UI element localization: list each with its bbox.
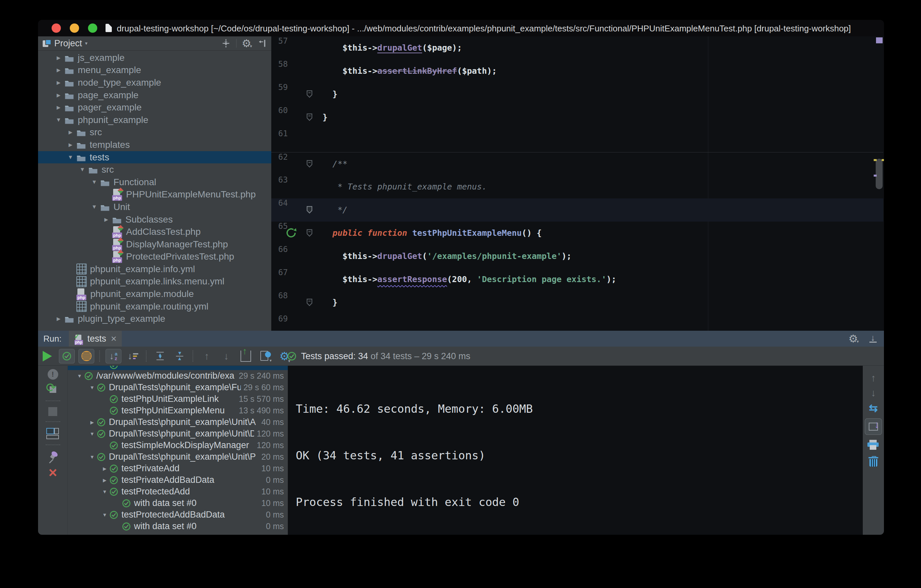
project-tree-item[interactable]: ▼phpunit_example <box>38 114 271 126</box>
info-stripe-mark[interactable] <box>874 175 877 177</box>
chevron-expanded-icon[interactable]: ▼ <box>88 204 100 210</box>
chevron-collapsed-icon[interactable]: ▶ <box>88 420 97 425</box>
toggle-auto-test-button[interactable]: ⟳ <box>47 384 59 395</box>
chevron-collapsed-icon[interactable]: ▶ <box>65 129 76 135</box>
chevron-expanded-icon[interactable]: ▼ <box>88 179 100 185</box>
chevron-expanded-icon[interactable]: ▼ <box>53 117 65 123</box>
chevron-collapsed-icon[interactable]: ▶ <box>53 92 65 98</box>
project-tree-item[interactable]: phpPHPUnitExampleMenuTest.php <box>38 188 271 201</box>
previous-failed-button[interactable]: ↑ <box>199 349 215 364</box>
run-settings-gear-button[interactable]: ⚙▾ <box>849 333 859 344</box>
test-tree-item[interactable]: with data set #00 ms <box>68 521 288 532</box>
test-tree-item[interactable]: ▶testPrivateAddBadData0 ms <box>68 474 288 486</box>
test-tree-item[interactable]: ▼/var/www/web/modules/contrib/exa29 s 24… <box>68 370 288 382</box>
project-tree-item[interactable]: ▼Functional <box>38 176 271 188</box>
print-button[interactable] <box>867 440 879 451</box>
test-tree-item[interactable]: ▼Drupal\Tests\phpunit_example\Fu29 s 60 … <box>68 382 288 393</box>
show-ignored-toggle[interactable] <box>78 349 94 364</box>
scroll-down-button[interactable]: ↓ <box>871 388 876 398</box>
next-failed-button[interactable]: ↓ <box>218 349 234 364</box>
sort-alphabetically-toggle[interactable]: ↓az <box>106 349 121 364</box>
show-passed-toggle[interactable] <box>59 349 75 364</box>
project-panel-title[interactable]: Project <box>54 38 82 49</box>
chevron-collapsed-icon[interactable]: ▶ <box>53 80 65 86</box>
project-tree-item[interactable]: ▶src <box>38 126 271 139</box>
project-tree-item[interactable]: ▶Subclasses <box>38 213 271 226</box>
rerun-failed-balloon-button[interactable]: ! <box>48 369 58 380</box>
test-tree-item[interactable]: ▼Drupal\Tests\phpunit_example\Unit\D120 … <box>68 428 288 440</box>
soft-wrap-button[interactable]: ⇆ <box>869 403 878 413</box>
expand-all-button[interactable]: ▲▲ <box>152 349 168 364</box>
project-tree-item[interactable]: ▼Unit <box>38 201 271 213</box>
sort-by-duration-button[interactable]: ↓ <box>125 349 141 364</box>
chevron-collapsed-icon[interactable]: ▶ <box>100 466 109 471</box>
chevron-expanded-icon[interactable]: ▼ <box>65 154 76 161</box>
project-tree-item[interactable]: ▶templates <box>38 138 271 151</box>
scroll-to-end-button[interactable]: ↓ <box>865 418 882 435</box>
pin-tab-button[interactable] <box>47 451 59 462</box>
run-tab-tests[interactable]: ✓php tests × <box>69 331 122 347</box>
project-tree-item[interactable]: phpunit_example.links.menu.yml <box>38 276 271 288</box>
zoom-window-button[interactable] <box>88 23 97 33</box>
chevron-collapsed-icon[interactable]: ▶ <box>53 316 65 322</box>
test-tree-item[interactable]: testSimpleMockDisplayManager120 ms <box>68 440 288 451</box>
warning-stripe-mark[interactable] <box>874 159 877 161</box>
project-tree-item[interactable]: ▶menu_example <box>38 64 271 77</box>
console-output[interactable]: Time: 46.62 seconds, Memory: 6.00MBOK (3… <box>288 366 863 535</box>
collapse-all-button[interactable]: ▲▲ <box>172 349 187 364</box>
chevron-expanded-icon[interactable]: ▼ <box>75 373 84 378</box>
inspection-indicator[interactable] <box>876 37 883 43</box>
chevron-expanded-icon[interactable]: ▼ <box>76 166 88 173</box>
test-tree-item[interactable]: testPhpUnitExampleMenu13 s 490 ms <box>68 405 288 416</box>
collapse-all-icon[interactable] <box>221 38 231 48</box>
project-tree-item[interactable]: ▶js_example <box>38 52 271 64</box>
hide-panel-button[interactable]: ↓ <box>869 334 877 343</box>
project-tree-item[interactable]: phpDisplayManagerTest.php <box>38 238 271 251</box>
project-tree-item[interactable]: phpunit_example.info.yml <box>38 263 271 276</box>
scroll-up-button[interactable]: ↑ <box>871 373 876 383</box>
test-tree-item[interactable]: ▶testPrivateAdd10 ms <box>68 463 288 474</box>
test-history-button[interactable]: ▾ <box>257 349 273 364</box>
chevron-collapsed-icon[interactable]: ▶ <box>53 67 65 73</box>
test-tree-item[interactable]: ▼Drupal\Tests\phpunit_example\Unit\P20 m… <box>68 451 288 463</box>
chevron-expanded-icon[interactable]: ▼ <box>100 489 109 494</box>
project-tree-item[interactable]: ▶node_type_example <box>38 76 271 89</box>
chevron-expanded-icon[interactable]: ▼ <box>88 454 97 460</box>
code-editor[interactable]: 57 $this->drupalGet($page);58 $this->ass… <box>271 36 884 331</box>
chevron-collapsed-icon[interactable]: ▶ <box>100 478 109 483</box>
settings-gear-icon[interactable]: ⚙▾ <box>242 38 252 49</box>
test-tree-item[interactable]: ▶Drupal\Tests\phpunit_example\Unit\A40 m… <box>68 416 288 428</box>
close-panel-button[interactable]: × <box>49 467 57 478</box>
project-tree-item[interactable]: phpunit_example.routing.yml <box>38 300 271 313</box>
project-tree-item[interactable]: ▶pager_example <box>38 101 271 114</box>
test-tree-clipped-row[interactable] <box>68 366 288 370</box>
chevron-down-icon[interactable]: ▾ <box>85 41 88 46</box>
chevron-expanded-icon[interactable]: ▼ <box>100 512 109 518</box>
close-tab-icon[interactable]: × <box>111 334 117 344</box>
rerun-button[interactable] <box>43 351 52 361</box>
project-tree-item[interactable]: ▼tests <box>38 151 271 164</box>
run-test-gutter-icon[interactable] <box>285 227 297 239</box>
chevron-expanded-icon[interactable]: ▼ <box>88 431 97 437</box>
test-tree-item[interactable]: testPhpUnitExampleLink15 s 570 ms <box>68 393 288 405</box>
chevron-collapsed-icon[interactable]: ▶ <box>53 104 65 110</box>
hide-panel-icon[interactable] <box>257 39 267 48</box>
warning-stripe-mark[interactable] <box>882 159 884 161</box>
chevron-collapsed-icon[interactable]: ▶ <box>53 55 65 61</box>
project-tree-item[interactable]: phpProtectedPrivatesTest.php <box>38 251 271 263</box>
clear-all-button[interactable] <box>868 456 878 467</box>
project-tree-item[interactable]: ▼src <box>38 163 271 176</box>
show-console-layout-button[interactable] <box>46 428 60 439</box>
close-window-button[interactable] <box>52 23 61 33</box>
chevron-collapsed-icon[interactable]: ▶ <box>65 142 76 148</box>
stop-button[interactable] <box>48 407 57 416</box>
project-tree-item[interactable]: phpAddClassTest.php <box>38 226 271 238</box>
chevron-collapsed-icon[interactable]: ▶ <box>100 217 112 223</box>
chevron-expanded-icon[interactable]: ▼ <box>88 385 97 390</box>
project-tree-item[interactable]: phpphpunit_example.module <box>38 288 271 300</box>
test-tree-item[interactable]: ▼testProtectedAddBadData0 ms <box>68 509 288 521</box>
test-tree-item[interactable]: with data set #010 ms <box>68 497 288 509</box>
project-tree-item[interactable]: ▶page_example <box>38 89 271 102</box>
test-tree-item[interactable]: ▼testProtectedAdd10 ms <box>68 486 288 497</box>
import-test-results-button[interactable]: ↑ <box>238 349 254 364</box>
